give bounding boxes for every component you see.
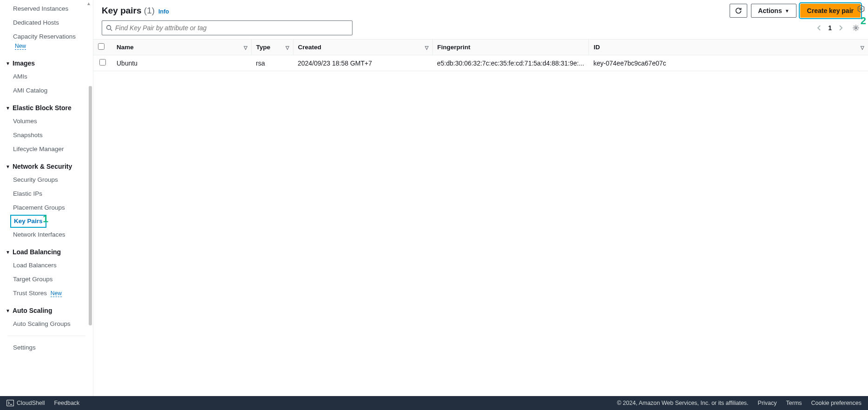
sort-icon: ▽	[425, 45, 429, 50]
chevron-right-icon	[838, 25, 843, 31]
table-header-row: Name▽ Type▽ Created▽ Fingerprint ID▽	[93, 40, 868, 55]
cell-id: key-074ee7bc9ca67e07c	[589, 55, 868, 71]
preferences-icon[interactable]	[857, 5, 865, 13]
col-created[interactable]: Created▽	[293, 40, 432, 55]
col-name[interactable]: Name▽	[112, 40, 251, 55]
chevron-down-icon: ▼	[6, 164, 10, 169]
nav-reserved-instances[interactable]: Reserved Instances	[0, 2, 93, 16]
svg-marker-3	[858, 6, 864, 13]
main-content: Key pairs (1) Info Actions ▼ Create key …	[93, 0, 868, 410]
table-settings-button[interactable]	[849, 24, 860, 32]
create-key-pair-button[interactable]: Create key pair	[800, 4, 861, 18]
scroll-up-icon[interactable]: ▲	[86, 1, 91, 6]
col-type[interactable]: Type▽	[251, 40, 293, 55]
nav-ami-catalog[interactable]: AMI Catalog	[0, 84, 93, 98]
next-page-button[interactable]	[836, 24, 845, 32]
nav-elastic-ips[interactable]: Elastic IPs	[0, 187, 93, 201]
nav-dedicated-hosts[interactable]: Dedicated Hosts	[0, 16, 93, 30]
nav-amis[interactable]: AMIs	[0, 70, 93, 84]
cell-fingerprint: e5:db:30:06:32:7c:ec:35:fe:cd:71:5a:d4:8…	[432, 55, 589, 71]
scrollbar-thumb[interactable]	[89, 86, 92, 325]
table-wrap: Name▽ Type▽ Created▽ Fingerprint ID▽ Ubu…	[93, 39, 868, 410]
col-fingerprint[interactable]: Fingerprint	[432, 40, 589, 55]
nav-lifecycle-manager[interactable]: Lifecycle Manager	[0, 142, 93, 156]
actions-button[interactable]: Actions ▼	[751, 4, 796, 18]
prev-page-button[interactable]	[815, 24, 823, 32]
section-images[interactable]: ▼ Images	[0, 57, 93, 70]
select-all-checkbox[interactable]	[98, 43, 104, 50]
nav-label: Capacity Reservations	[13, 33, 76, 40]
hexagon-icon	[857, 5, 865, 13]
cell-name: Ubuntu	[112, 55, 251, 71]
copyright-text: © 2024, Amazon Web Services, Inc. or its…	[617, 400, 748, 406]
current-page: 1	[828, 24, 832, 32]
select-all-header	[93, 40, 112, 55]
table-row[interactable]: Ubuntu rsa 2024/09/23 18:58 GMT+7 e5:db:…	[93, 55, 868, 71]
nav: Reserved Instances Dedicated Hosts Capac…	[0, 0, 93, 410]
nav-load-balancers[interactable]: Load Balancers	[0, 258, 93, 272]
section-load-balancing[interactable]: ▼ Load Balancing	[0, 245, 93, 258]
refresh-icon	[735, 7, 742, 14]
nav-key-pairs[interactable]: Key Pairs	[10, 215, 46, 228]
cookie-prefs-link[interactable]: Cookie preferences	[811, 400, 861, 406]
annotation-number-1: 1	[43, 213, 48, 225]
info-link[interactable]: Info	[158, 8, 169, 15]
nav-settings[interactable]: Settings	[0, 341, 93, 355]
panel-header: Key pairs (1) Info Actions ▼ Create key …	[93, 0, 868, 20]
search-icon	[106, 25, 112, 31]
nav-auto-scaling-groups[interactable]: Auto Scaling Groups	[0, 317, 93, 331]
chevron-down-icon: ▼	[6, 250, 10, 255]
item-count: (1)	[144, 6, 155, 15]
search-input[interactable]	[115, 24, 348, 32]
pagination: 1	[815, 24, 860, 32]
section-auto-scaling[interactable]: ▼ Auto Scaling	[0, 304, 93, 317]
svg-rect-5	[7, 400, 14, 406]
nav-security-groups[interactable]: Security Groups	[0, 173, 93, 187]
section-ebs[interactable]: ▼ Elastic Block Store	[0, 101, 93, 114]
nav-volumes[interactable]: Volumes	[0, 114, 93, 128]
svg-point-4	[860, 8, 862, 10]
page-title: Key pairs (1)	[102, 6, 155, 16]
nav-network-interfaces[interactable]: Network Interfaces	[0, 228, 93, 242]
nav-trust-stores[interactable]: Trust Stores New	[0, 286, 93, 300]
sort-icon: ▽	[286, 45, 289, 50]
key-pairs-panel: Key pairs (1) Info Actions ▼ Create key …	[93, 0, 868, 410]
gear-icon	[852, 24, 860, 32]
svg-line-1	[111, 29, 112, 31]
annotation-number-2: 2	[861, 15, 866, 27]
feedback-link[interactable]: Feedback	[54, 400, 79, 406]
svg-point-0	[107, 26, 111, 30]
sidebar: ▲ Reserved Instances Dedicated Hosts Cap…	[0, 0, 93, 410]
refresh-button[interactable]	[730, 4, 747, 18]
chevron-down-icon: ▼	[6, 106, 10, 111]
new-badge: New	[15, 43, 26, 50]
sort-icon: ▽	[861, 45, 864, 50]
privacy-link[interactable]: Privacy	[758, 400, 777, 406]
cloudshell-button[interactable]: CloudShell	[7, 400, 45, 406]
cell-type: rsa	[251, 55, 293, 71]
cell-created: 2024/09/23 18:58 GMT+7	[293, 55, 432, 71]
nav-capacity-reservations[interactable]: Capacity Reservations New	[0, 30, 93, 53]
chevron-down-icon: ▼	[785, 8, 790, 13]
key-pairs-table: Name▽ Type▽ Created▽ Fingerprint ID▽ Ubu…	[93, 39, 868, 71]
section-network-security[interactable]: ▼ Network & Security	[0, 160, 93, 173]
row-checkbox[interactable]	[99, 59, 106, 66]
terminal-icon	[7, 400, 14, 406]
new-badge: New	[51, 290, 62, 297]
nav-snapshots[interactable]: Snapshots	[0, 128, 93, 142]
svg-point-2	[855, 27, 857, 29]
terms-link[interactable]: Terms	[786, 400, 802, 406]
chevron-left-icon	[817, 25, 822, 31]
col-id[interactable]: ID▽	[589, 40, 868, 55]
header-actions: Actions ▼ Create key pair	[730, 4, 861, 18]
chevron-down-icon: ▼	[6, 308, 10, 313]
sort-icon: ▽	[244, 45, 248, 50]
divider	[7, 336, 85, 336]
nav-target-groups[interactable]: Target Groups	[0, 272, 93, 286]
chevron-down-icon: ▼	[6, 61, 10, 66]
search-box	[102, 20, 352, 35]
footer: CloudShell Feedback © 2024, Amazon Web S…	[0, 396, 868, 410]
nav-label: Trust Stores	[13, 290, 47, 297]
